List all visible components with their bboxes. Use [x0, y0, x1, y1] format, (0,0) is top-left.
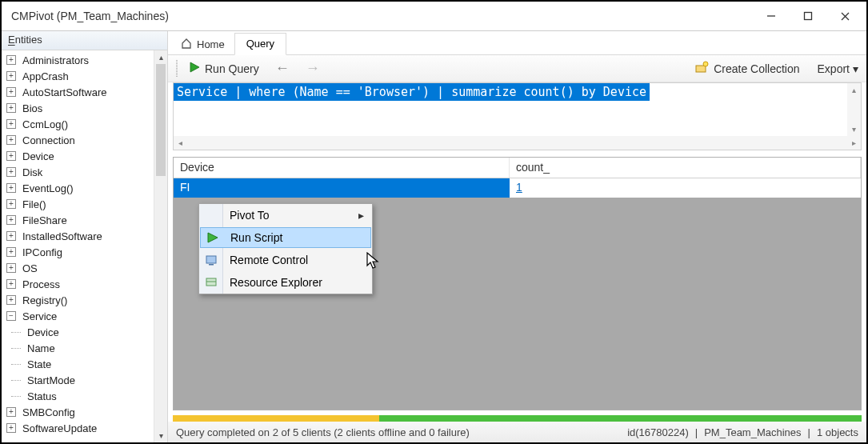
window-controls: [753, 4, 863, 28]
menu-remote-control[interactable]: Remote Control: [199, 249, 372, 271]
entity-connection[interactable]: Connection: [3, 132, 154, 148]
expand-icon[interactable]: [6, 423, 16, 433]
entity-eventlog[interactable]: EventLog(): [3, 180, 154, 196]
entity-child-startmode[interactable]: StartMode: [3, 372, 154, 388]
expand-icon[interactable]: [6, 167, 16, 177]
create-collection-label: Create Collection: [714, 62, 799, 75]
entity-label: AutoStartSoftware: [22, 86, 107, 98]
query-text[interactable]: Service | where (Name == 'Browser') | su…: [174, 83, 650, 101]
collection-icon: [694, 61, 709, 76]
entity-installedsoftware[interactable]: InstalledSoftware: [3, 228, 154, 244]
entity-label: Connection: [22, 134, 75, 146]
svg-point-5: [703, 62, 708, 66]
expand-icon[interactable]: [6, 87, 16, 97]
entity-process[interactable]: Process: [3, 276, 154, 292]
export-label: Export: [818, 62, 850, 75]
collapse-icon[interactable]: [6, 311, 16, 321]
table-row[interactable]: FI 1: [174, 178, 861, 198]
entity-child-device[interactable]: Device: [3, 324, 154, 340]
expand-icon[interactable]: [6, 295, 16, 305]
menu-run-script[interactable]: Run Script: [200, 227, 371, 248]
expand-icon[interactable]: [6, 151, 16, 161]
tab-query[interactable]: Query: [234, 33, 286, 55]
status-bar: Query completed on 2 of 5 clients (2 cli…: [168, 422, 866, 442]
entity-device[interactable]: Device: [3, 148, 154, 164]
titlebar: CMPivot (PM_Team_Machines): [2, 2, 866, 30]
entity-label: Disk: [22, 166, 42, 178]
expand-icon[interactable]: [6, 231, 16, 241]
expand-icon[interactable]: [6, 279, 16, 289]
nav-back-button[interactable]: ←: [270, 60, 294, 77]
expand-icon[interactable]: [6, 407, 16, 417]
entity-registry[interactable]: Registry(): [3, 292, 154, 308]
maximize-button[interactable]: [790, 4, 826, 28]
expand-icon[interactable]: [6, 71, 16, 81]
tab-home[interactable]: Home: [173, 34, 233, 54]
entity-file[interactable]: File(): [3, 196, 154, 212]
scroll-left-icon[interactable]: ◂: [174, 136, 187, 150]
entity-fileshare[interactable]: FileShare: [3, 212, 154, 228]
entity-label: FileShare: [22, 214, 67, 226]
run-script-icon: [205, 230, 221, 246]
entity-appcrash[interactable]: AppCrash: [3, 68, 154, 84]
expand-icon[interactable]: [6, 103, 16, 113]
expand-icon[interactable]: [6, 119, 16, 129]
expand-icon[interactable]: [6, 135, 16, 145]
entity-ipconfig[interactable]: IPConfig: [3, 244, 154, 260]
scroll-up-icon[interactable]: ▴: [154, 50, 167, 64]
entity-disk[interactable]: Disk: [3, 164, 154, 180]
entity-os[interactable]: OS: [3, 260, 154, 276]
run-query-label: Run Query: [205, 62, 259, 75]
entity-label: Administrators: [22, 54, 89, 66]
col-device[interactable]: Device: [174, 158, 510, 178]
scroll-up-icon[interactable]: ▴: [847, 83, 861, 97]
scroll-down-icon[interactable]: ▾: [847, 122, 861, 136]
entity-label: Registry(): [22, 294, 67, 306]
expand-icon[interactable]: [6, 215, 16, 225]
expand-icon[interactable]: [6, 55, 16, 65]
toolbar-grip: [176, 60, 178, 78]
expand-icon[interactable]: [6, 183, 16, 193]
grid-header: Device count_: [174, 158, 861, 178]
expand-icon[interactable]: [6, 247, 16, 257]
editor-hscroll[interactable]: ◂ ▸: [174, 136, 861, 150]
entities-scrollbar[interactable]: ▴ ▾: [154, 50, 167, 442]
entity-service[interactable]: Service: [3, 308, 154, 324]
menu-resource-explorer[interactable]: Resource Explorer: [199, 271, 372, 294]
query-editor-area: Service | where (Name == 'Browser') | su…: [168, 82, 866, 157]
run-query-button[interactable]: Run Query: [184, 60, 264, 77]
export-button[interactable]: Export ▾: [818, 62, 858, 75]
scroll-thumb[interactable]: [156, 64, 166, 176]
status-message: Query completed on 2 of 5 clients (2 cli…: [176, 426, 470, 438]
entity-ccmlog[interactable]: CcmLog(): [3, 116, 154, 132]
minimize-button[interactable]: [753, 4, 790, 28]
expand-icon[interactable]: [6, 263, 16, 273]
menu-pivot-to[interactable]: Pivot To ▸: [199, 204, 372, 226]
menu-resource-label: Resource Explorer: [230, 276, 322, 289]
status-objects: 1 objects: [817, 426, 858, 438]
progress-bar: [173, 415, 862, 422]
entity-softwareupdate[interactable]: SoftwareUpdate: [3, 420, 154, 436]
entity-autostartsoftware[interactable]: AutoStartSoftware: [3, 84, 154, 100]
query-editor[interactable]: Service | where (Name == 'Browser') | su…: [173, 82, 862, 150]
svg-rect-7: [209, 264, 214, 266]
create-collection-button[interactable]: Create Collection: [694, 61, 799, 76]
col-count[interactable]: count_: [510, 158, 861, 178]
editor-vscroll[interactable]: ▴ ▾: [847, 83, 861, 136]
entities-tree[interactable]: AdministratorsAppCrashAutoStartSoftwareB…: [2, 50, 154, 442]
expand-icon[interactable]: [6, 199, 16, 209]
entity-smbconfig[interactable]: SMBConfig: [3, 404, 154, 420]
entity-administrators[interactable]: Administrators: [3, 52, 154, 68]
entity-child-status[interactable]: Status: [3, 388, 154, 404]
scroll-right-icon[interactable]: ▸: [847, 136, 861, 150]
scroll-down-icon[interactable]: ▾: [154, 429, 167, 442]
cell-count: 1: [510, 178, 861, 198]
status-id: id(16780224): [627, 426, 689, 438]
entity-bios[interactable]: Bios: [3, 100, 154, 116]
entity-child-state[interactable]: State: [3, 356, 154, 372]
entity-child-name[interactable]: Name: [3, 340, 154, 356]
count-link[interactable]: 1: [516, 181, 522, 194]
nav-forward-button[interactable]: →: [301, 60, 325, 77]
close-button[interactable]: [826, 4, 863, 28]
remote-control-icon: [203, 252, 219, 268]
